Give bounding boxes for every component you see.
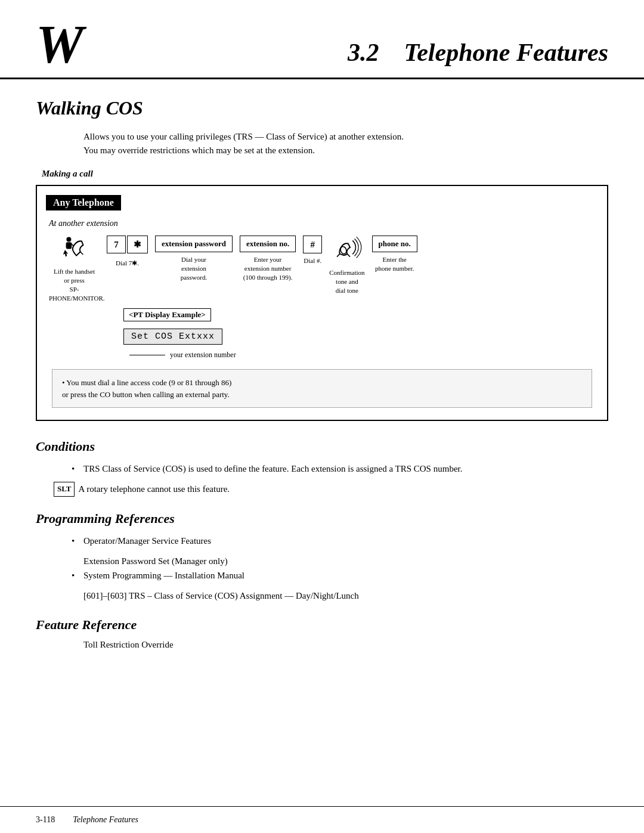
programming-heading: Programming References bbox=[36, 511, 608, 527]
pt-display-label: <PT Display Example> bbox=[123, 308, 211, 321]
conditions-heading: Conditions bbox=[36, 439, 608, 454]
step-2-dial: 7 ✱ Dial 7✱. bbox=[107, 236, 148, 268]
step-7-phone-no: phone no. Enter the phone number. bbox=[372, 236, 417, 273]
step-3-desc: Dial your extension password. bbox=[169, 255, 219, 282]
step-6-desc: Confirmation tone and dial tone bbox=[329, 268, 364, 295]
feature-text: Toll Restriction Override bbox=[83, 640, 608, 650]
programming-sub-1: Extension Password Set (Manager only) bbox=[83, 554, 608, 568]
conditions-list: TRS Class of Service (COS) is used to de… bbox=[72, 462, 608, 476]
page-title: Walking COS bbox=[36, 97, 608, 119]
making-a-call-label: Making a call bbox=[42, 169, 608, 179]
pt-display-note: your extension number bbox=[129, 351, 598, 360]
phone-no-box: phone no. bbox=[372, 236, 417, 252]
button-7: 7 bbox=[107, 236, 126, 253]
extension-password-box: extension password bbox=[155, 236, 233, 252]
chapter-letter: W bbox=[36, 18, 83, 72]
step-1-handset: Lift the handset or press SP-PHONE/MONIT… bbox=[49, 236, 100, 302]
steps-row: Lift the handset or press SP-PHONE/MONIT… bbox=[46, 236, 598, 302]
diagram-box: Any Telephone At another extension bbox=[36, 185, 608, 421]
programming-item-2: System Programming — Installation Manual bbox=[72, 568, 608, 583]
footer-page-number: 3-118 bbox=[36, 815, 55, 825]
page-header: W 3.2 Telephone Features bbox=[0, 0, 644, 79]
step-5-desc: Dial #. bbox=[304, 256, 321, 265]
phone-ringing-icon bbox=[330, 236, 363, 263]
programming-item-1: Operator/Manager Service Features bbox=[72, 534, 608, 548]
step-5-hash: # Dial #. bbox=[303, 236, 322, 265]
pt-display-screen: Set COS Extxxx bbox=[123, 329, 222, 345]
diagram-note: • You must dial a line access code (9 or… bbox=[52, 369, 592, 408]
conditions-item-1: TRS Class of Service (COS) is used to de… bbox=[72, 462, 608, 476]
step-6-phone-ringing: Confirmation tone and dial tone bbox=[329, 236, 364, 295]
feature-heading: Feature Reference bbox=[36, 617, 608, 633]
step-4-desc: Enter your extension number (100 through… bbox=[243, 255, 293, 282]
at-another-extension-label: At another extension bbox=[49, 219, 598, 228]
extension-no-box: extension no. bbox=[240, 236, 296, 252]
pt-display-area: <PT Display Example> Set COS Extxxx your… bbox=[123, 308, 598, 360]
step-3-ext-password: extension password Dial your extension p… bbox=[155, 236, 233, 282]
programming-sub-2: [601]–[603] TRS – Class of Service (COS)… bbox=[83, 589, 608, 603]
step-1-desc: Lift the handset or press SP-PHONE/MONIT… bbox=[49, 267, 100, 302]
page-footer: 3-118 Telephone Features bbox=[0, 806, 644, 833]
svg-point-0 bbox=[66, 237, 71, 241]
programming-list: Operator/Manager Service Features bbox=[72, 534, 608, 548]
programming-list-2: System Programming — Installation Manual bbox=[72, 568, 608, 583]
main-content: Walking COS Allows you to use your calli… bbox=[0, 79, 644, 668]
page-description: Allows you to use your calling privilege… bbox=[83, 130, 608, 157]
step-2-desc: Dial 7✱. bbox=[116, 259, 139, 268]
button-star: ✱ bbox=[127, 236, 148, 253]
handset-icon bbox=[60, 236, 89, 262]
slt-line: SLT A rotary telephone cannot use this f… bbox=[54, 482, 608, 497]
footer-title: Telephone Features bbox=[73, 815, 138, 825]
step-4-ext-no: extension no. Enter your extension numbe… bbox=[240, 236, 296, 282]
chapter-title: 3.2 Telephone Features bbox=[348, 38, 608, 72]
step-7-desc: Enter the phone number. bbox=[375, 255, 414, 273]
button-hash: # bbox=[303, 236, 322, 253]
slt-badge: SLT bbox=[54, 482, 75, 497]
any-telephone-bar: Any Telephone bbox=[46, 195, 121, 210]
